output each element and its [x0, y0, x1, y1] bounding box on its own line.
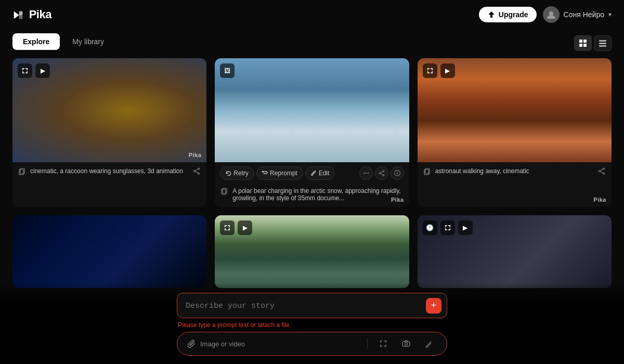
card-landscape-thumbnail: ▶ [215, 215, 409, 288]
header: Pika Upgrade Соня Нейро ▾ [0, 0, 624, 29]
error-message: Please type a prompt text or attach a fi… [177, 320, 447, 332]
card-astronaut-prompt: astronaut walking away, cinematic [435, 167, 529, 175]
more-icon[interactable]: ⋯ [359, 166, 373, 180]
grid-view-button[interactable] [574, 35, 592, 51]
prompt-input[interactable] [186, 302, 422, 310]
list-view-button[interactable] [594, 35, 612, 51]
upgrade-button[interactable]: Upgrade [479, 7, 537, 22]
attach-label: Image or video [200, 340, 245, 348]
svg-point-0 [549, 11, 553, 16]
card-raccoon: ▶ Pika cinematic, a raccoon wearing sung… [12, 58, 206, 207]
svg-line-13 [196, 169, 198, 171]
chevron-down-icon: ▾ [608, 11, 612, 18]
info-icon[interactable]: ⓘ [391, 166, 404, 180]
svg-point-17 [379, 173, 381, 174]
card-share-icon[interactable] [375, 166, 388, 180]
watermark: Pika [391, 197, 404, 203]
svg-rect-29 [402, 342, 410, 346]
card-polarbear-actions: Retry Reprompt Edit ⋯ ⓘ [215, 162, 409, 182]
watermark: Pika [189, 152, 202, 158]
avatar [543, 6, 560, 23]
expand-icon[interactable] [440, 220, 455, 235]
attach-left: Image or video [188, 340, 359, 348]
expand-icon[interactable] [220, 220, 235, 235]
divider [367, 339, 368, 349]
reprompt-button[interactable]: Reprompt [256, 166, 303, 180]
svg-rect-4 [583, 44, 587, 47]
svg-rect-2 [583, 40, 587, 43]
header-right: Upgrade Соня Нейро ▾ [479, 6, 612, 23]
prompt-wrapper: + Please type a prompt text or attach a … [177, 293, 447, 356]
card-astronaut-overlay: ▶ [423, 63, 455, 78]
card-raccoon-caption: cinematic, a raccoon wearing sunglasses,… [12, 162, 206, 180]
logo: Pika [12, 8, 51, 21]
user-menu[interactable]: Соня Нейро ▾ [543, 6, 612, 23]
retry-icon [226, 171, 231, 176]
card-polarbear-prompt: A polar bear charging in the arctic snow… [232, 187, 402, 202]
play-icon[interactable]: ▶ [458, 220, 473, 235]
expand-icon [379, 340, 387, 348]
grid-icon [579, 39, 587, 47]
svg-point-24 [603, 168, 605, 170]
watermark: Pika [593, 197, 606, 203]
magic-button[interactable] [422, 336, 436, 351]
copy-icon[interactable] [424, 168, 431, 175]
svg-point-11 [198, 173, 200, 174]
card-landscape: ▶ [215, 215, 409, 288]
pika-logo-icon [12, 9, 24, 21]
svg-line-27 [600, 169, 603, 171]
prompt-submit-button[interactable]: + [426, 298, 441, 314]
play-icon[interactable]: ▶ [35, 63, 50, 78]
share-icon[interactable] [598, 167, 605, 175]
svg-point-30 [405, 343, 408, 345]
play-icon[interactable]: ▶ [440, 63, 455, 78]
svg-rect-3 [579, 44, 582, 47]
card-landscape-overlay: ▶ [220, 220, 252, 235]
card-polarbear-caption: A polar bear charging in the arctic snow… [215, 182, 409, 207]
share-icon[interactable] [193, 167, 200, 175]
card-astronaut-thumbnail: ▶ Pika [418, 58, 612, 162]
svg-point-25 [603, 173, 605, 174]
svg-line-14 [196, 172, 198, 173]
card-astronaut-caption: astronaut walking away, cinematic [418, 162, 612, 180]
svg-rect-5 [599, 40, 606, 42]
list-icon [599, 39, 607, 47]
svg-point-15 [383, 171, 384, 172]
view-toggle [574, 35, 612, 51]
svg-point-16 [383, 175, 384, 176]
tab-explore[interactable]: Explore [12, 33, 60, 50]
card-raccoon-overlay: ▶ [18, 63, 50, 78]
retry-button[interactable]: Retry [220, 166, 254, 180]
nav-tabs: Explore My library [0, 29, 624, 50]
camera-button[interactable] [399, 336, 413, 351]
reprompt-icon [262, 171, 268, 176]
expand-screen-button[interactable] [376, 336, 391, 351]
card-polarbear-thumbnail: 🖼 Pika [215, 58, 409, 162]
copy-icon[interactable] [19, 168, 26, 175]
upgrade-icon [487, 10, 496, 19]
copy-icon[interactable] [221, 188, 228, 195]
edit-button[interactable]: Edit [305, 166, 335, 180]
user-name: Соня Нейро [564, 10, 604, 19]
media-grid: ▶ Pika cinematic, a raccoon wearing sung… [0, 50, 624, 296]
card-raccoon-prompt: cinematic, a raccoon wearing sunglasses,… [30, 167, 183, 175]
svg-point-26 [599, 171, 601, 172]
expand-icon[interactable] [18, 63, 32, 78]
history-icon[interactable]: 🕐 [423, 220, 437, 235]
camera-icon [402, 340, 410, 348]
card-astronaut: ▶ Pika astronaut walking away, cinematic [418, 58, 612, 207]
tab-my-library[interactable]: My library [62, 33, 114, 50]
attach-bar: Image or video [177, 332, 447, 356]
expand-icon[interactable] [423, 63, 437, 78]
svg-line-28 [600, 172, 603, 173]
paperclip-icon [188, 340, 196, 348]
card-polarbear: 🖼 Pika Retry Reprompt Edit ⋯ ⓘ [215, 58, 409, 207]
edit-icon [311, 171, 317, 176]
card-girl: 🕐 ▶ [418, 215, 612, 288]
user-avatar-icon [546, 9, 556, 20]
play-icon[interactable]: ▶ [238, 220, 252, 235]
image-icon[interactable]: 🖼 [220, 63, 235, 78]
card-space [12, 215, 206, 288]
card-girl-overlay: 🕐 ▶ [423, 220, 473, 235]
svg-line-18 [380, 172, 383, 173]
